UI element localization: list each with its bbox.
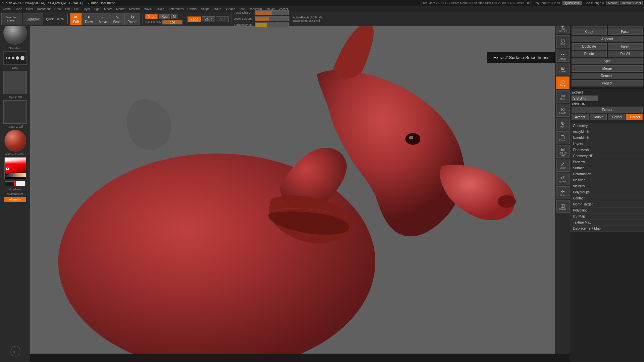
menu-marker[interactable]: Marker	[114, 7, 127, 11]
contact-header[interactable]: Contact	[570, 195, 644, 201]
morphtarget-header[interactable]: Morph Target	[570, 201, 644, 207]
menu-draw[interactable]: Draw	[53, 7, 63, 11]
menu-render[interactable]: Render	[186, 7, 199, 11]
accept-button[interactable]: Accept	[572, 114, 589, 120]
menu-material[interactable]: Material	[127, 7, 142, 11]
move-button[interactable]: ✛ Move	[96, 13, 110, 25]
edit-button[interactable]: ✏ Edit	[70, 13, 82, 25]
rt-btn-aahalf[interactable]: ⊞ AAHalf	[556, 63, 570, 75]
deformation-header[interactable]: Deformation	[570, 171, 644, 177]
menu-alpha[interactable]: Alpha	[1, 7, 12, 11]
arraymesh-header[interactable]: ArrayMesh	[570, 129, 644, 135]
duplicate-button[interactable]: Duplicate	[572, 43, 607, 50]
z-intensity-slider[interactable]	[255, 22, 289, 27]
nanomesh-header[interactable]: NanoMesh	[570, 135, 644, 141]
color-picker[interactable]	[4, 157, 26, 179]
menu-stroke[interactable]: Stroke	[211, 7, 223, 11]
extract-smt-input[interactable]	[572, 96, 598, 101]
rt-btn-scale[interactable]: ⬡ Scal	[556, 35, 570, 48]
rt-btn-rotate[interactable]: ↺ Rotate	[556, 173, 570, 185]
polypaint-header[interactable]: Polypaint	[570, 207, 644, 213]
foreground-color[interactable]	[5, 181, 15, 186]
rt-btn-scale2[interactable]: ⤢ Scale	[556, 159, 570, 172]
rt-btn-persp[interactable]: ⬡ Persp	[556, 76, 570, 89]
surface-header[interactable]: Surface	[570, 165, 644, 171]
paste-button[interactable]: Paste	[608, 28, 643, 35]
menu-brush[interactable]: Brush	[13, 7, 24, 11]
remesh-button[interactable]: Remesh	[572, 73, 643, 79]
geometryhd-header[interactable]: Geometry HD	[570, 153, 644, 159]
menu-script[interactable]: Script	[199, 7, 210, 11]
persp-icon: ⬡	[561, 79, 565, 84]
scale-button[interactable]: ⤡ Scale	[110, 13, 124, 25]
menu-preferences[interactable]: Preferences	[166, 7, 185, 11]
menu-light[interactable]: Light	[92, 7, 102, 11]
menu-layer[interactable]: Layer	[81, 7, 92, 11]
draw-size-label: Draw Size 25	[234, 17, 254, 20]
rgb-button[interactable]: Rgb	[159, 14, 170, 19]
displacementmap-header[interactable]: Displacement Map	[570, 226, 644, 231]
tborder-button[interactable]: TBorder	[626, 114, 643, 120]
zsub-button[interactable]: Zsub	[202, 16, 215, 22]
focal-shift-slider[interactable]	[255, 10, 289, 15]
lightbox-button[interactable]: LightBox	[23, 13, 43, 25]
default-zscript-button[interactable]: DefaultZScript	[620, 1, 643, 5]
append-button[interactable]: Append	[572, 36, 643, 42]
mrgb-button[interactable]: Mrgb	[145, 14, 158, 19]
split-button[interactable]: Split	[572, 58, 643, 64]
rt-btn-zclip[interactable]: ⚏ Zclip Actual	[556, 49, 570, 62]
fibermesh-header[interactable]: FiberMesh	[570, 147, 644, 153]
texture-preview[interactable]	[3, 100, 27, 124]
double-button[interactable]: Double	[590, 114, 607, 120]
preview-header[interactable]: Preview	[570, 159, 644, 165]
rt-btn-transp[interactable]: ◫ Transp	[556, 200, 570, 213]
canvas-stats: ActivePoints 2.044 Mil TotalPoints: 2.44…	[293, 16, 323, 22]
geometry-header[interactable]: Geometry	[570, 123, 644, 129]
zadd-button[interactable]: Zadd	[187, 16, 201, 22]
menu-macro[interactable]: Macro	[102, 7, 114, 11]
zcut-button[interactable]: Zcut	[216, 16, 228, 22]
del-all-button[interactable]: Del All	[608, 51, 643, 57]
layers-header[interactable]: Layers	[570, 141, 644, 147]
rt-btn-linefill[interactable]: ⊟ Line Fill PolyF	[556, 145, 570, 158]
menu-picker[interactable]: Picker	[154, 7, 165, 11]
canvas-area[interactable]	[30, 20, 570, 354]
insert-button[interactable]: Insert	[608, 43, 643, 50]
visibility-header[interactable]: Visibility	[570, 183, 644, 189]
rt-btn-move[interactable]: ✛ Move	[556, 186, 570, 199]
menu-movie[interactable]: Movie	[142, 7, 153, 11]
rt-btn-floor[interactable]: ▭ Floor	[556, 90, 570, 103]
uvmap-header[interactable]: UV Map	[570, 214, 644, 219]
texturemap-header[interactable]: Texture Map	[570, 220, 644, 225]
menu-file[interactable]: File	[72, 7, 81, 11]
extract-button[interactable]: Extract	[572, 107, 643, 113]
copy-button[interactable]: Copy	[572, 28, 607, 35]
polygroups-header[interactable]: Polygroups	[570, 189, 644, 195]
masking-header[interactable]: Masking	[570, 177, 644, 183]
draw-size-slider[interactable]: Dynamic	[255, 16, 289, 21]
delete-button[interactable]: Delete	[572, 51, 607, 57]
project-button[interactable]: Project	[572, 80, 643, 86]
material-preview[interactable]	[4, 130, 26, 152]
hue-bar[interactable]	[5, 173, 26, 177]
alternate-button[interactable]: Alternate	[4, 197, 26, 202]
rt-btn-frame[interactable]: ▢ Frame	[556, 131, 570, 144]
menu-document[interactable]: Document	[35, 7, 52, 11]
menu-zbrushdocument[interactable]: ZBrush Document	[86, 1, 116, 5]
draw-button[interactable]: ✦ Draw	[82, 13, 96, 25]
projection-master-button[interactable]: Projection Master	[1, 13, 21, 25]
merge-button[interactable]: Merge	[572, 65, 643, 72]
alpha-preview[interactable]	[3, 71, 27, 94]
tcorner-button[interactable]: TCorner	[608, 114, 625, 120]
rotate-button[interactable]: ↻ Rotate	[124, 13, 140, 25]
menus-button[interactable]: Menus	[606, 1, 619, 5]
stroke-preview[interactable]	[3, 51, 27, 65]
rt-btn-lsym[interactable]: ⊠ L.Sym	[556, 104, 570, 117]
m-button[interactable]: M	[171, 14, 177, 19]
quicksave-button[interactable]: QuickSave	[562, 1, 582, 5]
menu-color[interactable]: Color	[24, 7, 35, 11]
background-color[interactable]	[15, 181, 25, 186]
rgb-intensity-slider[interactable]: 100	[162, 20, 182, 24]
menu-edit[interactable]: Edit	[63, 7, 72, 11]
rt-btn-gyro[interactable]: ⊕ Gyro	[556, 118, 570, 130]
